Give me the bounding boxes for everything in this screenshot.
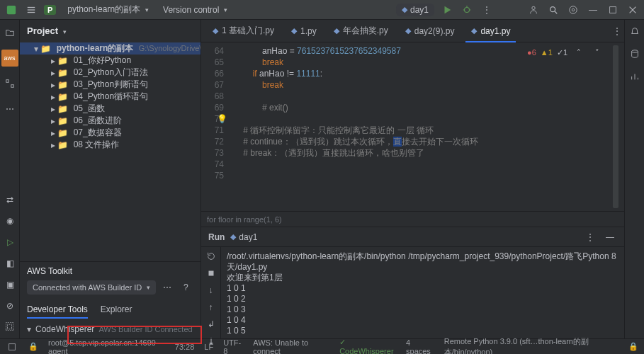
svg-point-12: [570, 6, 577, 13]
services-icon[interactable]: ⿴: [3, 320, 17, 334]
tab-more-icon[interactable]: ⋮: [610, 24, 624, 38]
aws-connection[interactable]: Connected with AWS Builder ID: [27, 280, 156, 295]
svg-point-9: [550, 6, 555, 11]
notifications-icon[interactable]: [628, 24, 642, 38]
help-icon[interactable]: ?: [179, 280, 193, 295]
tree-item[interactable]: ▸ 📁 01_你好Python: [20, 55, 200, 67]
stop-icon[interactable]: [204, 268, 218, 278]
tree-item[interactable]: ▸ 📁 02_Python入门语法: [20, 67, 200, 79]
console-output[interactable]: /root/.virtualenvs/python-learn的副本/bin/p…: [221, 247, 624, 338]
pycharm-logo-icon: [4, 3, 18, 17]
maximize-icon[interactable]: [606, 3, 620, 17]
soft-wrap-icon[interactable]: ↲: [204, 319, 218, 329]
svg-point-8: [532, 6, 535, 9]
svg-rect-0: [7, 5, 16, 13]
aws-logo-icon[interactable]: aws: [1, 50, 18, 67]
info-badge[interactable]: ✓1: [557, 47, 567, 58]
svg-point-11: [572, 8, 575, 11]
tree-item[interactable]: ▸ 📁 05_函数: [20, 103, 200, 115]
project-tool-header[interactable]: Project: [20, 20, 200, 41]
menu-icon[interactable]: [24, 3, 38, 17]
svg-point-4: [465, 7, 470, 12]
svg-rect-16: [6, 80, 9, 83]
svg-line-10: [555, 11, 558, 13]
code-area[interactable]: 💡 anHao = 7615237615237652349587 break i…: [230, 42, 624, 211]
bulb-icon[interactable]: 💡: [217, 113, 227, 125]
svg-point-19: [631, 50, 638, 53]
tree-item[interactable]: ▸ 📁 07_数据容器: [20, 127, 200, 139]
status-host[interactable]: root@5.tcp.vip.cpolar.cn:14699 agent: [48, 338, 165, 355]
svg-rect-20: [9, 343, 16, 350]
more-icon[interactable]: ⋮: [480, 3, 494, 17]
run-config[interactable]: day1: [239, 232, 257, 242]
run-hide-icon[interactable]: —: [603, 230, 617, 244]
database-icon[interactable]: [628, 47, 642, 61]
status-aws[interactable]: AWS: Unable to connect: [253, 338, 329, 355]
chevron-down-icon[interactable]: ˅: [590, 45, 604, 59]
settings-icon[interactable]: [566, 3, 580, 17]
editor-tab[interactable]: ◆1.py: [283, 20, 325, 42]
analytics-icon[interactable]: [628, 69, 642, 84]
breadcrumb[interactable]: for floor in range(1, 6): [201, 211, 624, 227]
minimize-icon[interactable]: —: [586, 3, 600, 17]
tools-icon[interactable]: [6, 340, 18, 354]
python-console-icon[interactable]: ◧: [3, 256, 17, 270]
tab-explorer[interactable]: Explorer: [101, 304, 132, 319]
folder-icon[interactable]: [1, 24, 18, 41]
codewhisperer-label[interactable]: CodeWhisperer: [35, 324, 94, 334]
editor-tab-active[interactable]: ◆day1.py: [463, 20, 519, 42]
more-tools-icon[interactable]: ⋯: [1, 101, 18, 118]
editor-tab[interactable]: ◆年会抽奖.py: [325, 20, 397, 42]
search-icon[interactable]: [546, 3, 560, 17]
tree-item[interactable]: ▸ 📁 08 文件操作: [20, 139, 200, 151]
git-icon[interactable]: ◉: [3, 214, 17, 228]
lock-icon: 🔒: [28, 342, 38, 351]
terminal-icon[interactable]: ▣: [3, 278, 17, 292]
up-icon[interactable]: ↑: [204, 302, 218, 312]
tree-item[interactable]: ▸ 📁 06_函数进阶: [20, 115, 200, 127]
project-selector[interactable]: python-learn的副本: [63, 2, 153, 17]
editor-tab[interactable]: ◆1 基础入门.py: [204, 20, 283, 42]
status-enc[interactable]: UTF-8: [223, 338, 243, 355]
error-badge[interactable]: ●6: [527, 47, 536, 58]
status-cw[interactable]: ✓ CodeWhisperer: [339, 338, 396, 354]
collaborate-icon[interactable]: [526, 3, 541, 17]
ellipsis-icon[interactable]: ⋯: [160, 280, 174, 295]
structure-icon[interactable]: [1, 75, 18, 92]
svg-rect-13: [610, 6, 616, 13]
project-badge: P: [44, 5, 56, 15]
cw-status: AWS Builder ID Connected: [98, 325, 192, 333]
svg-rect-17: [11, 85, 13, 88]
aws-toolkit-title: AWS Toolkit: [27, 266, 193, 276]
close-icon[interactable]: [626, 3, 640, 17]
status-indent[interactable]: 4 spaces: [406, 338, 434, 355]
run-config-selector[interactable]: ◆day1: [396, 4, 434, 16]
tab-developer-tools[interactable]: Developer Tools: [27, 304, 88, 319]
commit-icon[interactable]: ⇄: [3, 193, 17, 207]
tree-item[interactable]: ▸ 📁 04_Python循环语句: [20, 91, 200, 103]
tree-root[interactable]: ▾ 📁 python-learn的副本 G:\SynologyDrive\练习项…: [20, 42, 200, 55]
exit-icon[interactable]: ↓: [204, 285, 218, 295]
warn-badge[interactable]: ▲1: [541, 47, 553, 58]
status-interpreter[interactable]: Remote Python 3.9.0 (sft…thon-learn的副本/b…: [444, 336, 618, 355]
readonly-icon[interactable]: 🔒: [628, 342, 638, 351]
play-icon[interactable]: ▷: [3, 235, 17, 249]
chevron-up-icon[interactable]: ˄: [572, 45, 586, 59]
run-more-icon[interactable]: ⋮: [583, 230, 597, 244]
run-title: Run: [208, 232, 225, 242]
problems-icon[interactable]: ⊘: [3, 299, 17, 313]
version-control[interactable]: Version control: [159, 4, 232, 16]
debug-icon[interactable]: [460, 3, 474, 17]
editor-tab[interactable]: ◆day2(9).py: [397, 20, 463, 42]
status-lf[interactable]: LF: [204, 343, 213, 351]
rerun-icon[interactable]: [204, 251, 218, 261]
gutter: 646566 676869 707172 737475: [201, 42, 230, 211]
status-pos[interactable]: 73:28: [175, 343, 195, 351]
svg-rect-18: [208, 271, 213, 276]
tree-item[interactable]: ▸ 📁 03_Python判断语句: [20, 79, 200, 91]
minimap[interactable]: [613, 45, 618, 208]
run-icon[interactable]: [440, 3, 454, 17]
